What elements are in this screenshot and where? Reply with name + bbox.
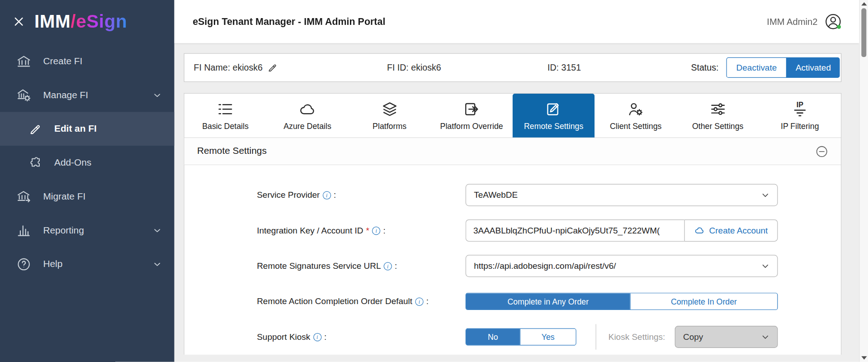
bank-gear-icon xyxy=(17,88,31,102)
fi-name-group: FI Name: ekiosk6 xyxy=(194,62,278,73)
chevron-down-icon xyxy=(761,191,769,199)
service-provider-select[interactable]: TeAWebDE xyxy=(466,184,778,206)
kiosk-settings-value: Copy xyxy=(683,332,703,342)
integration-key-row: Integration Key / Account ID * : xyxy=(184,213,841,248)
status-group: Status: Deactivate Activated xyxy=(691,57,840,78)
info-icon[interactable] xyxy=(313,333,321,341)
bank-icon xyxy=(17,54,31,68)
service-provider-row: Service Provider : TeAWebDE xyxy=(184,177,841,213)
collapse-section-icon[interactable] xyxy=(816,145,828,157)
tab-platforms[interactable]: Platforms xyxy=(349,94,431,138)
sidebar-logo-row: IMM/eSign xyxy=(0,0,175,43)
id-label: ID: 3151 xyxy=(547,62,581,72)
list-icon xyxy=(217,100,234,117)
completion-order-label: Remote Action Completion Order Default : xyxy=(257,296,429,306)
activated-button[interactable]: Activated xyxy=(787,57,840,78)
complete-in-order-option[interactable]: Complete In Order xyxy=(630,293,777,310)
sidebar-item-add-ons[interactable]: Add-Ons xyxy=(0,146,175,180)
edit-fi-name-icon[interactable] xyxy=(268,62,278,73)
kiosk-yes-option[interactable]: Yes xyxy=(520,329,576,345)
sidebar-item-reporting[interactable]: Reporting xyxy=(0,213,175,247)
sidebar: IMM/eSign Create FI Manage FI xyxy=(0,0,175,362)
user-name: IMM Admin2 xyxy=(767,16,817,27)
sidebar-item-create-fi[interactable]: Create FI xyxy=(0,44,175,78)
integration-key-input[interactable] xyxy=(466,219,684,242)
layers-icon xyxy=(381,100,398,117)
online-status-dot xyxy=(837,25,841,29)
section-header: Remote Settings xyxy=(184,138,841,165)
page-title: eSign Tenant Manager - IMM Admin Portal xyxy=(193,16,385,28)
service-provider-value: TeAWebDE xyxy=(474,190,518,200)
kiosk-no-option[interactable]: No xyxy=(466,329,520,345)
chevron-down-icon xyxy=(152,90,162,100)
sidebar-item-label: Help xyxy=(43,258,63,269)
chevron-down-icon xyxy=(761,333,769,341)
service-url-select[interactable]: https://api.adobesign.com/api/rest/v6/ xyxy=(466,255,778,277)
chevron-down-icon xyxy=(152,225,162,235)
sidebar-item-label: Create FI xyxy=(43,56,83,67)
status-label: Status: xyxy=(691,62,718,72)
cloud-upload-icon xyxy=(694,225,705,236)
sidebar-item-label: Edit an FI xyxy=(54,123,97,134)
fi-name-label: FI Name: ekiosk6 xyxy=(194,62,263,72)
sidebar-item-manage-fi[interactable]: Manage FI xyxy=(0,78,175,112)
vertical-scrollbar[interactable] xyxy=(859,0,868,362)
sidebar-item-label: Add-Ons xyxy=(54,157,91,168)
info-icon[interactable] xyxy=(384,262,392,270)
tab-client-settings[interactable]: Client Settings xyxy=(594,94,677,138)
tab-basic-details[interactable]: Basic Details xyxy=(184,94,267,138)
completion-order-row: Remote Action Completion Order Default :… xyxy=(184,284,841,319)
support-kiosk-row: Support Kiosk : No Yes Kiosk Settings: xyxy=(184,319,841,354)
sidebar-nav: Create FI Manage FI Edit an FI xyxy=(0,44,175,281)
sidebar-item-edit-an-fi[interactable]: Edit an FI xyxy=(0,112,175,146)
tab-ip-filtering[interactable]: IP IP Filtering xyxy=(759,94,841,138)
info-icon[interactable] xyxy=(372,226,380,234)
tab-azure-details[interactable]: Azure Details xyxy=(266,94,349,138)
tab-platform-override[interactable]: Platform Override xyxy=(430,94,513,138)
deactivate-button[interactable]: Deactivate xyxy=(726,57,787,78)
sidebar-item-label: Migrate FI xyxy=(43,191,86,202)
service-url-value: https://api.adobesign.com/api/rest/v6/ xyxy=(474,261,616,271)
user-avatar[interactable] xyxy=(825,13,842,30)
tab-remote-settings[interactable]: Remote Settings xyxy=(513,94,595,138)
remote-settings-form: Service Provider : TeAWebDE xyxy=(184,165,841,355)
kiosk-settings-label: Kiosk Settings: xyxy=(609,332,665,342)
logo-imm-text: IMM xyxy=(34,11,71,31)
service-url-row: Remote Signatures Service URL : https://… xyxy=(184,248,841,284)
bar-chart-icon xyxy=(17,223,31,238)
service-url-label: Remote Signatures Service URL : xyxy=(257,261,397,271)
scroll-down-icon[interactable] xyxy=(861,356,867,359)
app-viewport: IMM/eSign Create FI Manage FI xyxy=(0,0,868,362)
svg-text:IP: IP xyxy=(797,100,803,109)
ip-filter-icon: IP xyxy=(792,100,808,117)
status-toggle: Deactivate Activated xyxy=(726,57,840,78)
content-area: FI Name: ekiosk6 FI ID: ekiosk6 ID: 3151… xyxy=(175,43,859,355)
user-gear-icon xyxy=(627,100,644,117)
tab-other-settings[interactable]: Other Settings xyxy=(677,94,759,138)
create-account-button[interactable]: Create Account xyxy=(684,219,778,242)
fi-id-label: FI ID: ekiosk6 xyxy=(387,62,441,72)
complete-any-order-option[interactable]: Complete in Any Order xyxy=(466,293,630,310)
sidebar-item-help[interactable]: Help xyxy=(0,247,175,281)
scroll-up-icon[interactable] xyxy=(861,2,867,5)
info-icon[interactable] xyxy=(415,297,423,305)
tab-label: Platforms xyxy=(373,122,406,131)
scrollbar-thumb[interactable] xyxy=(861,8,866,57)
question-icon xyxy=(17,257,31,272)
sidebar-item-label: Manage FI xyxy=(43,90,89,100)
tab-label: Other Settings xyxy=(692,122,743,131)
completion-order-toggle: Complete in Any Order Complete In Order xyxy=(466,293,778,310)
integration-key-label: Integration Key / Account ID * : xyxy=(257,225,386,235)
tab-bar: Basic Details Azure Details Platforms xyxy=(184,94,841,138)
info-icon[interactable] xyxy=(323,191,331,199)
close-icon[interactable] xyxy=(13,15,25,28)
main-area: eSign Tenant Manager - IMM Admin Portal … xyxy=(175,0,859,362)
tab-label: IP Filtering xyxy=(781,122,819,131)
sidebar-item-migrate-fi[interactable]: Migrate FI xyxy=(0,180,175,214)
tab-label: Client Settings xyxy=(610,122,661,131)
kiosk-settings-select[interactable]: Copy xyxy=(675,326,778,348)
tab-label: Platform Override xyxy=(440,122,503,131)
tab-label: Basic Details xyxy=(202,122,249,131)
required-mark: * xyxy=(366,225,369,235)
chevron-down-icon xyxy=(152,259,162,269)
